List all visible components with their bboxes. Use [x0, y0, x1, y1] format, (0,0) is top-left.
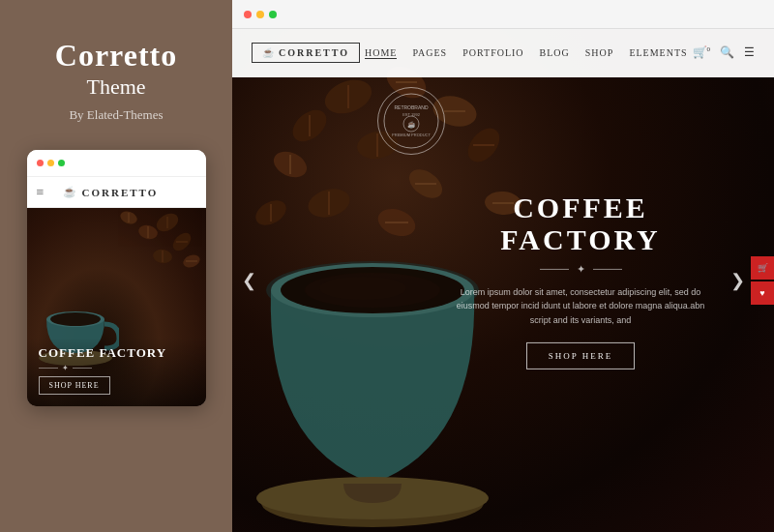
hero-description: Lorem ipsum dolor sit amet, consectetur … [445, 285, 716, 327]
menu-icon[interactable]: ☰ [744, 45, 755, 60]
hero-badge-circle: RETROBRAND EST 1992 ☕ PREMIUM PRODUCT [377, 87, 445, 155]
mobile-dot-yellow [47, 160, 54, 166]
hero-arrow-left[interactable]: ❮ [242, 270, 256, 291]
mobile-heading: COFFEE FACTORY [39, 345, 194, 361]
theme-by: By Elated-Themes [69, 107, 163, 123]
mobile-dot-red [37, 160, 44, 166]
hero-title: COFFEE FACTORY [445, 192, 716, 255]
search-icon[interactable]: 🔍 [720, 45, 734, 60]
hero-divider-right [593, 269, 622, 270]
mobile-hamburger-icon[interactable]: ≡ [37, 185, 45, 200]
hero-divider-left [540, 269, 569, 270]
mobile-dot-green [58, 160, 65, 166]
svg-text:PREMIUM PRODUCT: PREMIUM PRODUCT [392, 133, 431, 137]
svg-point-43 [319, 277, 406, 300]
nav-icons: 🛒0 🔍 ☰ [693, 45, 756, 60]
svg-point-14 [50, 312, 101, 326]
desktop-dot-yellow [256, 11, 264, 18]
mobile-logo-text: CORRETTO [82, 187, 159, 198]
nav-elements[interactable]: ELEMENTS [629, 47, 687, 58]
mobile-divider-left [39, 368, 58, 369]
svg-text:RETROBRAND: RETROBRAND [394, 104, 428, 110]
desktop-logo: ☕ CORRETTO [252, 43, 360, 63]
mobile-dots [37, 160, 65, 166]
nav-home[interactable]: HOME [365, 47, 397, 59]
mobile-hero: COFFEE FACTORY ✦ shop HeRE [27, 208, 206, 406]
mobile-shop-button[interactable]: shop HeRE [39, 376, 110, 395]
side-btn-cart[interactable]: 🛒 [751, 256, 774, 280]
nav-links: HOME PAGES PORTFOLIO BLOG SHOP ELEMENTS [365, 47, 688, 59]
left-panel: Corretto Theme By Elated-Themes ≡ ☕ CORR… [0, 0, 232, 532]
hero-divider-icon: ✦ [577, 263, 585, 276]
mobile-beans-svg [90, 208, 206, 295]
mobile-top-bar [27, 150, 206, 177]
hero-arrow-right[interactable]: ❯ [730, 270, 745, 291]
theme-subtitle: Theme [86, 74, 145, 100]
mobile-logo-bar: ≡ ☕ CORRETTO [27, 177, 206, 208]
mobile-text-area: COFFEE FACTORY ✦ shop HeRE [27, 338, 206, 406]
nav-shop[interactable]: SHOP [585, 47, 614, 58]
nav-blog[interactable]: BLOG [540, 47, 570, 58]
mobile-mockup: ≡ ☕ CORRETTO [27, 150, 206, 406]
nav-pages[interactable]: PAGES [412, 47, 447, 58]
hero-badge-svg: RETROBRAND EST 1992 ☕ PREMIUM PRODUCT [382, 92, 440, 150]
desktop-top-bar [232, 0, 774, 29]
svg-text:☕: ☕ [407, 120, 416, 129]
side-btn-heart[interactable]: ♥ [751, 281, 774, 305]
mobile-divider-right [73, 368, 92, 369]
hero-divider: ✦ [445, 263, 716, 276]
hero-content: COFFEE FACTORY ✦ Lorem ipsum dolor sit a… [445, 192, 716, 369]
desktop-dot-green [269, 11, 277, 18]
hero-side-buttons: 🛒 ♥ [751, 256, 774, 305]
desktop-dots [244, 11, 277, 18]
nav-portfolio[interactable]: PORTFOLIO [462, 47, 523, 58]
desktop-dot-red [244, 11, 252, 18]
mobile-coffee-icon: ☕ [63, 186, 78, 198]
mobile-logo: ☕ CORRETTO [63, 186, 159, 198]
desktop-logo-icon: ☕ [262, 47, 274, 58]
desktop-nav: ☕ CORRETTO HOME PAGES PORTFOLIO BLOG SHO… [232, 29, 774, 77]
desktop-mockup: ☕ CORRETTO HOME PAGES PORTFOLIO BLOG SHO… [232, 0, 774, 532]
mobile-divider-icon: ✦ [62, 364, 69, 372]
desktop-hero: RETROBRAND EST 1992 ☕ PREMIUM PRODUCT CO… [232, 29, 774, 532]
hero-shop-button[interactable]: SHOP HERE [526, 342, 635, 369]
desktop-logo-text: CORRETTO [279, 47, 349, 58]
mobile-divider: ✦ [39, 364, 194, 372]
cart-icon[interactable]: 🛒0 [693, 45, 711, 60]
theme-title: Corretto [55, 39, 177, 73]
